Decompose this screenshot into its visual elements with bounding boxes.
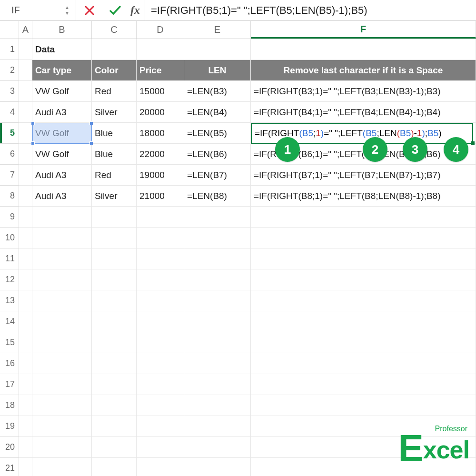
cell[interactable]: 21000 [137,186,184,206]
cell[interactable] [184,458,251,476]
cell[interactable] [184,353,251,374]
cell[interactable]: Blue [92,123,137,143]
cell[interactable] [19,39,32,60]
cell[interactable]: Audi A3 [32,102,92,122]
row-header-18[interactable]: 18 [0,395,19,416]
cell[interactable]: VW Golf [32,81,92,101]
cell[interactable]: Silver [92,102,137,122]
row-header-14[interactable]: 14 [0,311,19,332]
cell[interactable]: =LEN(B3) [184,81,251,101]
cell[interactable] [32,207,92,227]
cell[interactable]: 20000 [137,102,184,122]
row-header-7[interactable]: 7 [0,165,19,186]
row-header-20[interactable]: 20 [0,437,19,458]
cell[interactable] [251,248,476,269]
cell[interactable] [19,81,32,101]
cell[interactable]: VW Golf [32,144,92,164]
fx-label[interactable]: fx [129,0,145,20]
cell[interactable] [184,290,251,311]
header-C[interactable]: Color [92,60,137,80]
cell[interactable] [19,311,32,332]
row-header-6[interactable]: 6 [0,144,19,165]
header-E[interactable]: LEN [184,60,251,80]
cell[interactable] [32,228,92,248]
formula-input[interactable]: =IF(RIGHT(B5;1)=" ";LEFT(B5;LEN(B5)-1);B… [151,4,367,17]
row-header-19[interactable]: 19 [0,416,19,437]
cell[interactable] [251,290,476,311]
cell[interactable] [251,353,476,374]
cell[interactable] [19,458,32,476]
cell[interactable] [32,311,92,332]
cell[interactable]: =LEN(B7) [184,165,251,185]
cell[interactable] [137,39,184,60]
cell[interactable] [92,458,137,476]
cell[interactable]: =LEN(B4) [184,102,251,122]
cell[interactable] [19,60,32,80]
cell[interactable] [19,248,32,269]
header-F[interactable]: Remove last character if it is a Space [251,60,476,80]
col-header-D[interactable]: D [137,21,184,39]
cell[interactable]: =LEN(B8) [184,186,251,206]
cell[interactable]: Red [92,165,137,185]
cell[interactable] [92,332,137,353]
cell[interactable] [19,353,32,374]
cell[interactable] [137,228,184,248]
row-header-9[interactable]: 9 [0,207,19,228]
cell[interactable]: Audi A3 [32,165,92,185]
cell[interactable]: =IF(RIGHT(B8;1)=" ";LEFT(B8;LEN(B8)-1);B… [251,186,476,206]
cell[interactable] [32,395,92,416]
cell[interactable] [32,458,92,476]
cell[interactable] [19,144,32,164]
cell[interactable] [251,269,476,290]
row-header-2[interactable]: 2 [0,60,19,81]
cell[interactable] [92,269,137,290]
cell[interactable] [137,248,184,269]
cell[interactable] [184,332,251,353]
row-header-8[interactable]: 8 [0,186,19,207]
cancel-edit-button[interactable] [83,4,96,17]
cell[interactable] [184,39,251,60]
title-cell[interactable]: Data [32,39,92,60]
cell[interactable] [92,228,137,248]
cell[interactable] [19,437,32,457]
cell[interactable] [32,416,92,436]
cell[interactable]: =IF(RIGHT(B4;1)=" ";LEFT(B4;LEN(B4)-1);B… [251,102,476,122]
cell[interactable] [251,39,476,60]
row-header-16[interactable]: 16 [0,353,19,374]
cell[interactable] [184,248,251,269]
cell[interactable]: Silver [92,186,137,206]
col-header-C[interactable]: C [92,21,137,39]
col-header-B[interactable]: B [32,21,92,39]
confirm-edit-button[interactable] [109,4,122,17]
row-header-1[interactable]: 1 [0,39,19,60]
row-header-5[interactable]: 5 [0,123,19,144]
row-header-4[interactable]: 4 [0,102,19,123]
cell[interactable] [19,395,32,416]
cell[interactable] [19,165,32,185]
cell[interactable] [184,374,251,395]
cell[interactable] [32,269,92,290]
cell[interactable] [32,437,92,457]
fill-handle[interactable] [471,141,475,145]
cell[interactable] [137,269,184,290]
header-B[interactable]: Car type [32,60,92,80]
cell[interactable] [32,332,92,353]
row-header-17[interactable]: 17 [0,374,19,395]
cell[interactable] [92,290,137,311]
cell[interactable] [32,290,92,311]
cell[interactable]: Blue [92,144,137,164]
cell[interactable] [19,102,32,122]
row-header-11[interactable]: 11 [0,248,19,269]
cell[interactable] [251,332,476,353]
cell[interactable] [184,207,251,227]
col-header-E[interactable]: E [184,21,251,39]
name-box[interactable]: IF [8,5,62,16]
row-header-21[interactable]: 21 [0,458,19,476]
cell[interactable] [92,353,137,374]
cell[interactable] [251,207,476,227]
col-header-A[interactable]: A [19,21,32,39]
cell[interactable] [19,228,32,248]
row-header-13[interactable]: 13 [0,290,19,311]
cell[interactable] [32,248,92,269]
cell[interactable] [137,458,184,476]
